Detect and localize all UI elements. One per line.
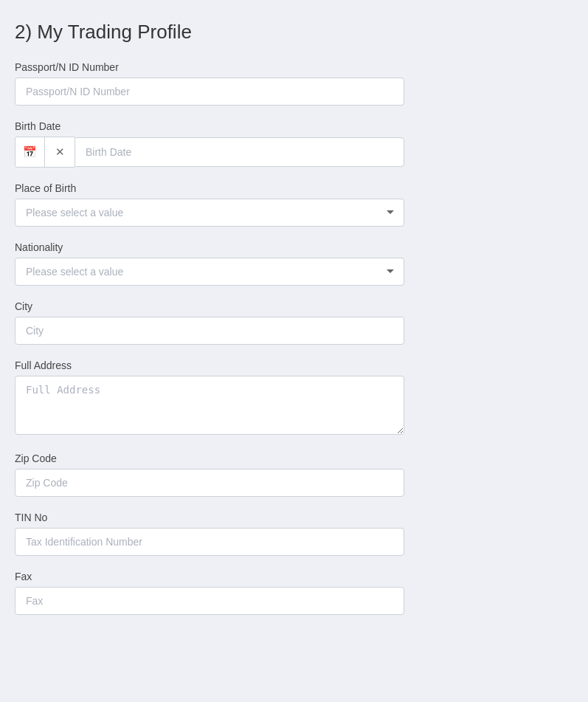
birth-date-label: Birth Date [15,120,573,132]
zip-code-input[interactable] [15,469,404,497]
full-address-group: Full Address [15,359,573,438]
city-label: City [15,300,573,312]
place-of-birth-label: Place of Birth [15,182,573,194]
passport-label: Passport/N ID Number [15,61,573,73]
clear-date-button[interactable]: ✕ [45,137,75,167]
nationality-group: Nationality Please select a value [15,241,573,286]
place-of-birth-select[interactable]: Please select a value [15,199,404,227]
nationality-label: Nationality [15,241,573,253]
full-address-textarea[interactable] [15,376,404,435]
tin-no-group: TIN No [15,512,573,556]
fax-input[interactable] [15,587,404,615]
calendar-icon-button[interactable]: 📅 [15,137,45,167]
zip-code-group: Zip Code [15,452,573,497]
full-address-label: Full Address [15,359,573,371]
tin-no-label: TIN No [15,512,573,523]
passport-input[interactable] [15,78,404,106]
city-input[interactable] [15,317,404,345]
passport-group: Passport/N ID Number [15,61,573,106]
zip-code-label: Zip Code [15,452,573,464]
tin-no-input[interactable] [15,528,404,556]
fax-label: Fax [15,571,573,582]
close-icon: ✕ [55,145,65,159]
birth-date-group: Birth Date 📅 ✕ [15,120,573,168]
nationality-select[interactable]: Please select a value [15,258,404,286]
birth-date-wrapper: 📅 ✕ [15,137,404,168]
birth-date-icons: 📅 ✕ [15,137,75,168]
place-of-birth-group: Place of Birth Please select a value [15,182,573,227]
city-group: City [15,300,573,345]
page-title: 2) My Trading Profile [15,21,573,44]
birth-date-input[interactable] [75,137,404,167]
calendar-icon: 📅 [23,145,37,159]
fax-group: Fax [15,571,573,615]
